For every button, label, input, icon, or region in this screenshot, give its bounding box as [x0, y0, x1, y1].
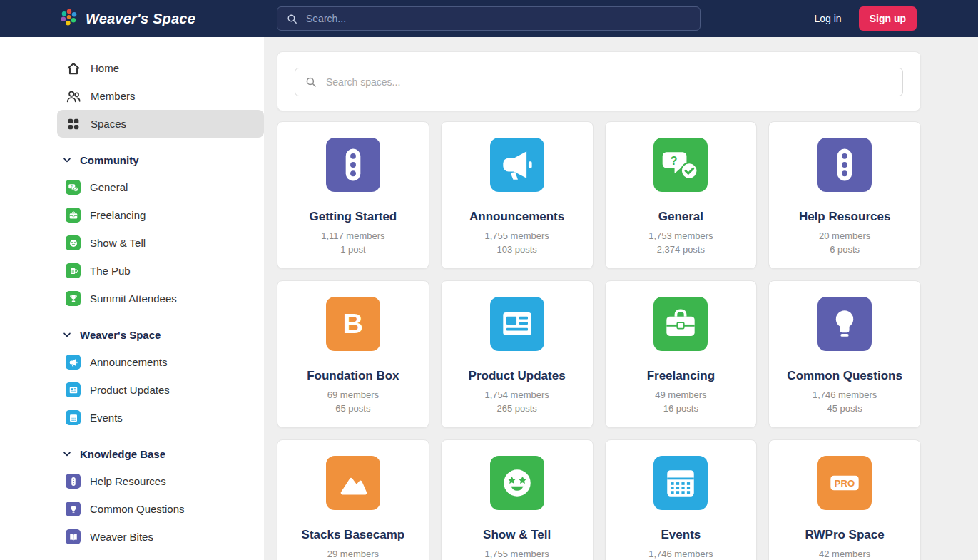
svg-text:B: B [343, 307, 363, 339]
sidebar-item-show-tell[interactable]: Show & Tell [57, 229, 264, 257]
space-title: Freelancing [647, 369, 715, 383]
space-card-help-resources[interactable]: Help Resources 20 members 6 posts [768, 121, 921, 269]
space-card-events[interactable]: Events 1,746 members 166 posts [605, 439, 758, 560]
briefcase-icon [66, 208, 81, 223]
main-content: Getting Started 1,117 members 1 post Ann… [264, 37, 978, 560]
lightbulb-icon [817, 297, 872, 351]
space-posts: 1 post [340, 244, 365, 255]
sidebar-item-members[interactable]: Members [57, 82, 264, 110]
space-title: Product Updates [469, 369, 566, 383]
sidebar-item-label: Spaces [91, 118, 126, 130]
book-icon [66, 529, 81, 544]
space-card-product-updates[interactable]: Product Updates 1,754 members 265 posts [441, 280, 594, 428]
space-card-freelancing[interactable]: Freelancing 49 members 16 posts [605, 280, 758, 428]
topbar: Weaver's Space Log in Sign up [0, 0, 978, 37]
space-members: 20 members [819, 230, 870, 241]
svg-text:?: ? [71, 185, 73, 188]
space-title: Help Resources [799, 210, 891, 224]
space-members: 1,746 members [648, 549, 713, 559]
pro-label-icon: PRO [817, 456, 872, 510]
svg-text:?: ? [671, 155, 678, 167]
calendar-icon [66, 410, 81, 425]
space-posts: 6 posts [830, 244, 860, 255]
sidebar-item-freelancing[interactable]: Freelancing [57, 201, 264, 229]
space-posts: 45 posts [827, 403, 862, 414]
signup-button[interactable]: Sign up [859, 6, 917, 31]
spaces-search[interactable] [295, 68, 903, 96]
sidebar-item-label: Weaver Bites [90, 531, 153, 543]
sidebar-item-home[interactable]: Home [57, 54, 264, 82]
chevron-down-icon [61, 329, 73, 340]
chevron-down-icon [61, 154, 73, 166]
sidebar-item-label: Show & Tell [90, 237, 146, 249]
space-card-rwpro-space[interactable]: PRO RWPro Space 42 members 25 posts [768, 439, 921, 560]
space-title: Announcements [469, 210, 564, 224]
sidebar-section-weaver-s-space[interactable]: Weaver's Space [57, 321, 264, 348]
sidebar-item-label: Events [90, 412, 123, 424]
sidebar-item-announcements[interactable]: Announcements [57, 348, 264, 376]
home-icon [66, 61, 81, 76]
sidebar-section-label: Weaver's Space [80, 329, 161, 341]
space-card-announcements[interactable]: Announcements 1,755 members 103 posts [441, 121, 594, 269]
lightbulb-icon [66, 502, 81, 516]
mountain-icon [326, 456, 380, 510]
svg-text:PRO: PRO [835, 478, 855, 489]
calendar-icon [653, 456, 708, 510]
space-card-getting-started[interactable]: Getting Started 1,117 members 1 post [277, 121, 429, 269]
beer-mug-icon [66, 263, 81, 278]
space-members: 29 members [327, 549, 379, 559]
brand-logo-icon [60, 8, 78, 29]
space-members: 69 members [327, 390, 379, 400]
space-posts: 103 posts [496, 244, 536, 255]
sidebar-nav: HomeMembersSpacesCommunity?GeneralFreela… [57, 54, 264, 551]
sidebar-item-label: Summit Attendees [90, 292, 177, 305]
sidebar-item-common-questions[interactable]: Common Questions [57, 495, 264, 523]
chat-check-icon: ? [66, 180, 81, 195]
space-title: General [658, 210, 703, 224]
global-search-input[interactable] [305, 12, 691, 25]
sidebar-item-summit-attendees[interactable]: Summit Attendees [57, 285, 264, 312]
sidebar-item-spaces[interactable]: Spaces [57, 110, 264, 138]
space-card-stacks-basecamp[interactable]: Stacks Basecamp 29 members 5 posts [277, 439, 429, 560]
sidebar-item-label: Announcements [90, 356, 167, 368]
newspaper-icon [490, 297, 544, 351]
sidebar-item-weaver-bites[interactable]: Weaver Bites [57, 523, 264, 551]
space-posts: 16 posts [663, 403, 698, 414]
sidebar-item-the-pub[interactable]: The Pub [57, 257, 264, 285]
members-icon [66, 88, 81, 104]
space-members: 42 members [819, 549, 870, 559]
global-search[interactable] [277, 6, 701, 31]
newspaper-icon [66, 382, 81, 397]
star-smile-icon [490, 456, 544, 510]
sidebar-item-general[interactable]: ?General [57, 173, 264, 201]
spaces-grid: Getting Started 1,117 members 1 post Ann… [277, 121, 921, 560]
login-button[interactable]: Log in [805, 6, 852, 31]
search-icon [305, 76, 317, 88]
space-card-foundation-box[interactable]: B Foundation Box 69 members 65 posts [277, 280, 429, 428]
space-card-general[interactable]: ? General 1,753 members 2,374 posts [605, 121, 758, 269]
space-posts: 2,374 posts [657, 244, 705, 255]
sidebar-section-community[interactable]: Community [57, 146, 264, 173]
sidebar-item-help-resources[interactable]: Help Resources [57, 467, 264, 495]
space-title: Common Questions [787, 369, 902, 383]
space-posts: 65 posts [335, 403, 370, 414]
sidebar-item-label: The Pub [90, 265, 131, 277]
sidebar-item-label: Product Updates [90, 384, 170, 396]
space-card-common-questions[interactable]: Common Questions 1,746 members 45 posts [768, 280, 921, 428]
sidebar-item-product-updates[interactable]: Product Updates [57, 376, 264, 404]
sidebar-section-knowledge-base[interactable]: Knowledge Base [57, 440, 264, 467]
space-members: 1,755 members [484, 230, 549, 241]
megaphone-icon [490, 138, 544, 192]
space-members: 1,746 members [813, 390, 877, 400]
brand[interactable]: Weaver's Space [60, 8, 195, 29]
chevron-down-icon [61, 448, 73, 459]
megaphone-icon [66, 355, 81, 370]
chat-check-icon: ? [653, 138, 708, 192]
space-title: Foundation Box [307, 369, 399, 383]
traffic-light-icon [326, 138, 380, 192]
space-members: 1,753 members [648, 230, 713, 241]
sidebar-item-events[interactable]: Events [57, 404, 264, 432]
spaces-search-input[interactable] [325, 76, 893, 88]
space-card-show-tell[interactable]: Show & Tell 1,755 members 53 posts [441, 439, 594, 560]
star-smile-icon [66, 235, 81, 250]
